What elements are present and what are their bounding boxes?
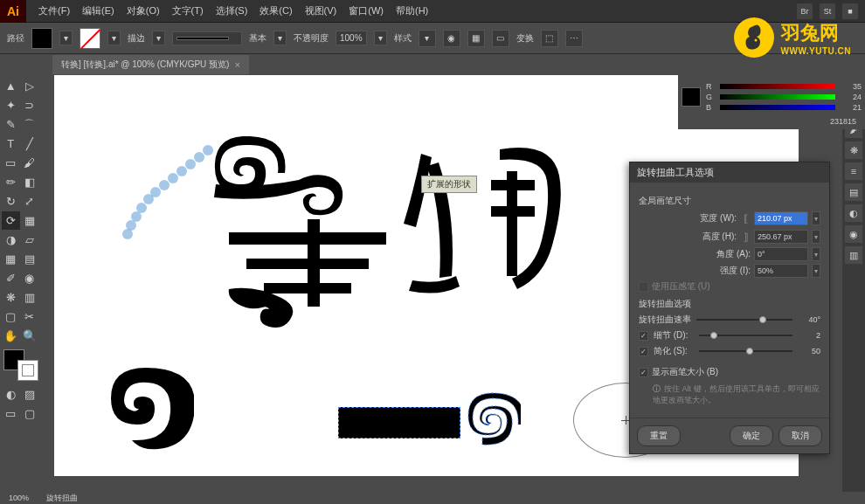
r-slider[interactable] [720, 84, 835, 89]
detail-value[interactable]: 2 [798, 331, 820, 340]
draw-mode-icon[interactable]: ▭ [2, 404, 20, 423]
menu-type[interactable]: 文字(T) [167, 2, 209, 20]
stock-icon[interactable]: St [820, 3, 835, 19]
isolate-button[interactable]: ⬚ [541, 30, 558, 47]
brush-basic[interactable]: 基本 [249, 32, 266, 45]
transform-label[interactable]: 变换 [516, 32, 534, 45]
angle-dropdown[interactable]: ▾ [812, 247, 820, 261]
rectangle-tool[interactable]: ▭ [2, 154, 20, 172]
detail-slider[interactable] [699, 329, 792, 342]
gradient-panel-icon[interactable]: ▤ [845, 183, 862, 201]
scale-tool[interactable]: ⤢ [21, 192, 39, 211]
ok-button[interactable]: 确定 [730, 425, 773, 446]
stroke-dropdown[interactable]: ▾ [107, 31, 121, 45]
opacity-dropdown[interactable]: ▾ [374, 31, 387, 45]
type-tool[interactable]: T [2, 135, 20, 153]
twirl-rate-value[interactable]: 40° [798, 315, 820, 324]
perspective-tool[interactable]: ▱ [21, 231, 39, 249]
slice-tool[interactable]: ✂ [21, 307, 39, 326]
twirl-rate-slider[interactable] [696, 314, 792, 326]
brush-dropdown[interactable]: ▾ [273, 31, 287, 45]
menu-effect[interactable]: 效果(C) [254, 2, 297, 20]
shape-button[interactable]: ▭ [492, 30, 509, 47]
color-mode-icon[interactable]: ◐ [2, 385, 20, 404]
rotate-tool[interactable]: ↻ [2, 192, 20, 211]
reset-button[interactable]: 重置 [637, 425, 681, 446]
selected-rectangle[interactable] [338, 407, 460, 438]
intensity-dropdown[interactable]: ▾ [812, 264, 820, 278]
panel-fill-swatch[interactable] [682, 87, 701, 107]
hex-value[interactable]: 231815 [682, 117, 862, 126]
width-input[interactable] [754, 211, 808, 225]
selection-tool[interactable]: ▲ [2, 77, 20, 95]
angle-input[interactable] [754, 247, 808, 261]
symbols-panel-icon[interactable]: ❋ [845, 142, 862, 159]
hand-tool[interactable]: ✋ [2, 327, 20, 345]
more-button[interactable]: ⋯ [565, 30, 583, 47]
transparency-panel-icon[interactable]: ◐ [845, 204, 862, 222]
menu-help[interactable]: 帮助(H) [391, 2, 433, 20]
bridge-icon[interactable]: Br [797, 3, 813, 19]
g-value[interactable]: 24 [841, 93, 862, 101]
magic-wand-tool[interactable]: ✦ [2, 96, 20, 114]
appearance-panel-icon[interactable]: ◉ [845, 225, 862, 243]
eyedropper-tool[interactable]: ✐ [2, 269, 20, 287]
shaper-tool[interactable]: ✏ [2, 173, 20, 191]
stroke-weight[interactable]: ▾ [152, 31, 165, 45]
show-brush-checkbox[interactable]: ✓ [639, 368, 648, 377]
width-dropdown[interactable]: ▾ [812, 211, 820, 225]
menu-view[interactable]: 视图(V) [300, 2, 343, 20]
menu-object[interactable]: 对象(O) [121, 2, 165, 20]
simplify-slider[interactable] [699, 345, 792, 357]
document-tab[interactable]: 转换] [转换].ai* @ 100% (CMYK/GPU 预览) × [52, 55, 249, 74]
stroke-color-swatch[interactable] [80, 28, 100, 49]
b-value[interactable]: 21 [841, 103, 862, 112]
menu-select[interactable]: 选择(S) [211, 2, 253, 20]
eraser-tool[interactable]: ◧ [21, 173, 39, 191]
symbol-sprayer-tool[interactable]: ❋ [2, 288, 20, 307]
shape-builder-tool[interactable]: ◑ [2, 231, 20, 249]
direct-selection-tool[interactable]: ▷ [21, 77, 39, 95]
mesh-tool[interactable]: ▦ [2, 250, 20, 268]
paintbrush-tool[interactable]: 🖌 [21, 154, 39, 172]
fill-dropdown[interactable]: ▾ [59, 31, 73, 45]
color-picker[interactable] [3, 349, 38, 381]
artboard-tool[interactable]: ▢ [2, 307, 20, 326]
height-dropdown[interactable]: ▾ [812, 230, 820, 244]
blend-tool[interactable]: ◉ [21, 269, 39, 287]
detail-checkbox[interactable]: ✓ [639, 331, 648, 341]
link-icon-2[interactable]: ⟧ [740, 229, 751, 245]
menu-file[interactable]: 文件(F) [33, 2, 75, 20]
screen-mode-icon[interactable]: ▢ [21, 404, 39, 423]
arrange-icon[interactable]: ■ [842, 3, 858, 19]
gradient-tool[interactable]: ▤ [21, 250, 39, 268]
graph-tool[interactable]: ▥ [21, 288, 39, 307]
close-icon[interactable]: × [234, 59, 239, 70]
link-icon[interactable]: ⟦ [740, 211, 751, 226]
r-value[interactable]: 35 [841, 82, 862, 91]
curvature-tool[interactable]: ⌒ [21, 115, 39, 134]
opacity-value[interactable]: 100% [336, 31, 367, 45]
simplify-checkbox[interactable]: ✓ [639, 347, 648, 356]
stroke-panel-icon[interactable]: ≡ [845, 162, 862, 180]
line-tool[interactable]: ╱ [21, 135, 39, 153]
style-button[interactable]: ▾ [419, 30, 436, 47]
zoom-tool[interactable]: 🔍 [21, 327, 39, 345]
align-button[interactable]: ▦ [467, 30, 485, 47]
width-tool[interactable]: ⟳ [2, 211, 20, 230]
fill-color-swatch[interactable] [31, 28, 52, 49]
pen-tool[interactable]: ✎ [2, 115, 20, 134]
recolor-button[interactable]: ◉ [443, 30, 460, 47]
height-input[interactable] [754, 230, 808, 244]
cancel-button[interactable]: 取消 [778, 425, 822, 446]
stroke-color[interactable] [17, 360, 38, 381]
g-slider[interactable] [720, 94, 835, 100]
twirl-shape[interactable] [465, 391, 521, 447]
gradient-mode-icon[interactable]: ▨ [21, 385, 39, 404]
lasso-tool[interactable]: ⊃ [21, 96, 39, 114]
intensity-input[interactable] [754, 264, 808, 278]
simplify-value[interactable]: 50 [798, 347, 820, 356]
free-transform-tool[interactable]: ▦ [21, 211, 39, 230]
layers-panel-icon[interactable]: ▥ [845, 246, 862, 264]
menu-window[interactable]: 窗口(W) [343, 2, 389, 20]
